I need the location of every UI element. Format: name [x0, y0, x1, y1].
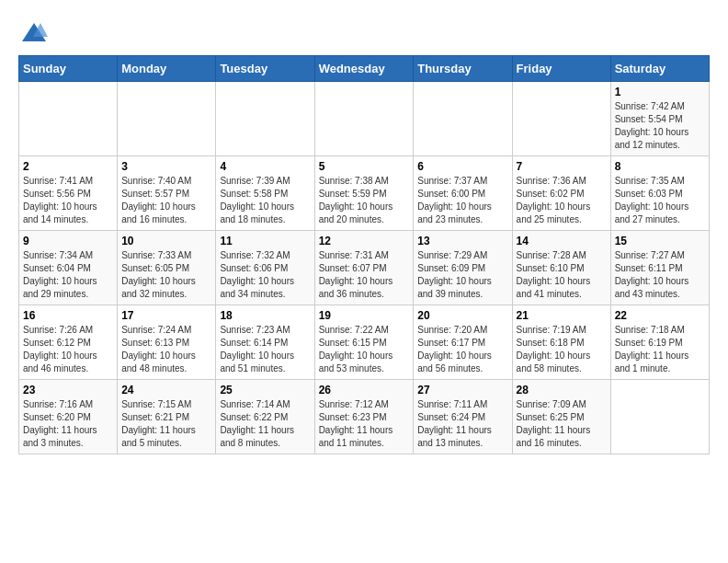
- day-number: 5: [319, 160, 410, 173]
- day-number: 16: [23, 309, 113, 322]
- day-info: Sunrise: 7:33 AM Sunset: 6:05 PM Dayligh…: [121, 249, 211, 301]
- day-info: Sunrise: 7:23 AM Sunset: 6:14 PM Dayligh…: [220, 324, 310, 375]
- day-cell: [19, 82, 118, 156]
- day-cell: 1Sunrise: 7:42 AM Sunset: 5:54 PM Daylig…: [610, 82, 709, 156]
- day-number: 24: [121, 384, 211, 396]
- day-cell: [314, 82, 414, 156]
- day-number: 4: [220, 160, 310, 173]
- day-header-sunday: Sunday: [19, 56, 118, 82]
- day-header-friday: Friday: [512, 56, 610, 82]
- day-number: 8: [615, 160, 705, 173]
- day-cell: [216, 82, 314, 156]
- day-info: Sunrise: 7:36 AM Sunset: 6:02 PM Dayligh…: [517, 175, 607, 226]
- day-info: Sunrise: 7:40 AM Sunset: 5:57 PM Dayligh…: [121, 175, 211, 226]
- day-cell: 26Sunrise: 7:12 AM Sunset: 6:23 PM Dayli…: [314, 380, 414, 454]
- day-cell: 17Sunrise: 7:24 AM Sunset: 6:13 PM Dayli…: [118, 305, 216, 380]
- day-cell: 27Sunrise: 7:11 AM Sunset: 6:24 PM Dayli…: [414, 380, 512, 454]
- day-number: 26: [319, 384, 410, 396]
- day-info: Sunrise: 7:18 AM Sunset: 6:19 PM Dayligh…: [615, 324, 705, 375]
- day-info: Sunrise: 7:37 AM Sunset: 6:00 PM Dayligh…: [417, 175, 507, 226]
- day-number: 23: [23, 384, 113, 396]
- day-info: Sunrise: 7:31 AM Sunset: 6:07 PM Dayligh…: [319, 249, 410, 301]
- day-info: Sunrise: 7:16 AM Sunset: 6:20 PM Dayligh…: [23, 398, 113, 450]
- day-cell: 24Sunrise: 7:15 AM Sunset: 6:21 PM Dayli…: [118, 380, 216, 454]
- day-number: 12: [319, 235, 410, 247]
- day-number: 3: [121, 160, 211, 173]
- week-row-5: 23Sunrise: 7:16 AM Sunset: 6:20 PM Dayli…: [19, 380, 710, 454]
- day-number: 19: [319, 309, 410, 322]
- day-number: 18: [220, 309, 310, 322]
- day-cell: 18Sunrise: 7:23 AM Sunset: 6:14 PM Dayli…: [216, 305, 314, 380]
- day-cell: [118, 82, 216, 156]
- day-header-tuesday: Tuesday: [216, 56, 314, 82]
- day-cell: 4Sunrise: 7:39 AM Sunset: 5:58 PM Daylig…: [216, 156, 314, 231]
- day-cell: 9Sunrise: 7:34 AM Sunset: 6:04 PM Daylig…: [19, 231, 118, 305]
- day-number: 9: [23, 235, 113, 247]
- day-info: Sunrise: 7:38 AM Sunset: 5:59 PM Dayligh…: [319, 175, 410, 226]
- day-cell: 21Sunrise: 7:19 AM Sunset: 6:18 PM Dayli…: [512, 305, 610, 380]
- day-cell: 10Sunrise: 7:33 AM Sunset: 6:05 PM Dayli…: [118, 231, 216, 305]
- day-cell: 12Sunrise: 7:31 AM Sunset: 6:07 PM Dayli…: [314, 231, 414, 305]
- day-cell: 6Sunrise: 7:37 AM Sunset: 6:00 PM Daylig…: [414, 156, 512, 231]
- day-info: Sunrise: 7:11 AM Sunset: 6:24 PM Dayligh…: [417, 398, 507, 450]
- day-info: Sunrise: 7:29 AM Sunset: 6:09 PM Dayligh…: [417, 249, 507, 301]
- day-number: 21: [517, 309, 607, 322]
- day-number: 15: [615, 235, 705, 247]
- day-info: Sunrise: 7:28 AM Sunset: 6:10 PM Dayligh…: [517, 249, 607, 301]
- week-row-3: 9Sunrise: 7:34 AM Sunset: 6:04 PM Daylig…: [19, 231, 710, 305]
- day-cell: 13Sunrise: 7:29 AM Sunset: 6:09 PM Dayli…: [414, 231, 512, 305]
- day-info: Sunrise: 7:26 AM Sunset: 6:12 PM Dayligh…: [23, 324, 113, 375]
- day-info: Sunrise: 7:39 AM Sunset: 5:58 PM Dayligh…: [220, 175, 310, 226]
- day-cell: 16Sunrise: 7:26 AM Sunset: 6:12 PM Dayli…: [19, 305, 118, 380]
- day-info: Sunrise: 7:09 AM Sunset: 6:25 PM Dayligh…: [517, 398, 607, 450]
- calendar-table: SundayMondayTuesdayWednesdayThursdayFrid…: [18, 55, 710, 454]
- logo-icon: [20, 18, 48, 46]
- day-number: 1: [615, 86, 705, 98]
- day-number: 10: [121, 235, 211, 247]
- day-info: Sunrise: 7:15 AM Sunset: 6:21 PM Dayligh…: [121, 398, 211, 450]
- day-info: Sunrise: 7:27 AM Sunset: 6:11 PM Dayligh…: [615, 249, 705, 301]
- day-cell: 2Sunrise: 7:41 AM Sunset: 5:56 PM Daylig…: [19, 156, 118, 231]
- day-number: 25: [220, 384, 310, 396]
- week-row-1: 1Sunrise: 7:42 AM Sunset: 5:54 PM Daylig…: [19, 82, 710, 156]
- day-info: Sunrise: 7:14 AM Sunset: 6:22 PM Dayligh…: [220, 398, 310, 450]
- week-row-4: 16Sunrise: 7:26 AM Sunset: 6:12 PM Dayli…: [19, 305, 710, 380]
- day-number: 6: [417, 160, 507, 173]
- day-info: Sunrise: 7:12 AM Sunset: 6:23 PM Dayligh…: [319, 398, 410, 450]
- day-info: Sunrise: 7:32 AM Sunset: 6:06 PM Dayligh…: [220, 249, 310, 301]
- day-info: Sunrise: 7:42 AM Sunset: 5:54 PM Dayligh…: [615, 100, 705, 152]
- day-number: 14: [517, 235, 607, 247]
- day-cell: 3Sunrise: 7:40 AM Sunset: 5:57 PM Daylig…: [118, 156, 216, 231]
- day-cell: 20Sunrise: 7:20 AM Sunset: 6:17 PM Dayli…: [414, 305, 512, 380]
- day-cell: 14Sunrise: 7:28 AM Sunset: 6:10 PM Dayli…: [512, 231, 610, 305]
- day-cell: 25Sunrise: 7:14 AM Sunset: 6:22 PM Dayli…: [216, 380, 314, 454]
- day-number: 27: [417, 384, 507, 396]
- day-number: 7: [517, 160, 607, 173]
- day-number: 13: [417, 235, 507, 247]
- header-row: SundayMondayTuesdayWednesdayThursdayFrid…: [19, 56, 710, 82]
- day-cell: 22Sunrise: 7:18 AM Sunset: 6:19 PM Dayli…: [610, 305, 709, 380]
- day-cell: [414, 82, 512, 156]
- day-info: Sunrise: 7:24 AM Sunset: 6:13 PM Dayligh…: [121, 324, 211, 375]
- day-cell: 5Sunrise: 7:38 AM Sunset: 5:59 PM Daylig…: [314, 156, 414, 231]
- day-number: 2: [23, 160, 113, 173]
- day-cell: [610, 380, 709, 454]
- day-info: Sunrise: 7:41 AM Sunset: 5:56 PM Dayligh…: [23, 175, 113, 226]
- day-cell: [512, 82, 610, 156]
- day-number: 17: [121, 309, 211, 322]
- day-info: Sunrise: 7:20 AM Sunset: 6:17 PM Dayligh…: [417, 324, 507, 375]
- logo: [18, 18, 48, 46]
- day-header-monday: Monday: [118, 56, 216, 82]
- day-cell: 7Sunrise: 7:36 AM Sunset: 6:02 PM Daylig…: [512, 156, 610, 231]
- day-number: 28: [517, 384, 607, 396]
- day-number: 11: [220, 235, 310, 247]
- day-header-saturday: Saturday: [610, 56, 709, 82]
- day-cell: 8Sunrise: 7:35 AM Sunset: 6:03 PM Daylig…: [610, 156, 709, 231]
- day-number: 20: [417, 309, 507, 322]
- page-header: [18, 18, 710, 46]
- day-cell: 11Sunrise: 7:32 AM Sunset: 6:06 PM Dayli…: [216, 231, 314, 305]
- day-cell: 19Sunrise: 7:22 AM Sunset: 6:15 PM Dayli…: [314, 305, 414, 380]
- day-info: Sunrise: 7:22 AM Sunset: 6:15 PM Dayligh…: [319, 324, 410, 375]
- day-cell: 23Sunrise: 7:16 AM Sunset: 6:20 PM Dayli…: [19, 380, 118, 454]
- day-info: Sunrise: 7:19 AM Sunset: 6:18 PM Dayligh…: [517, 324, 607, 375]
